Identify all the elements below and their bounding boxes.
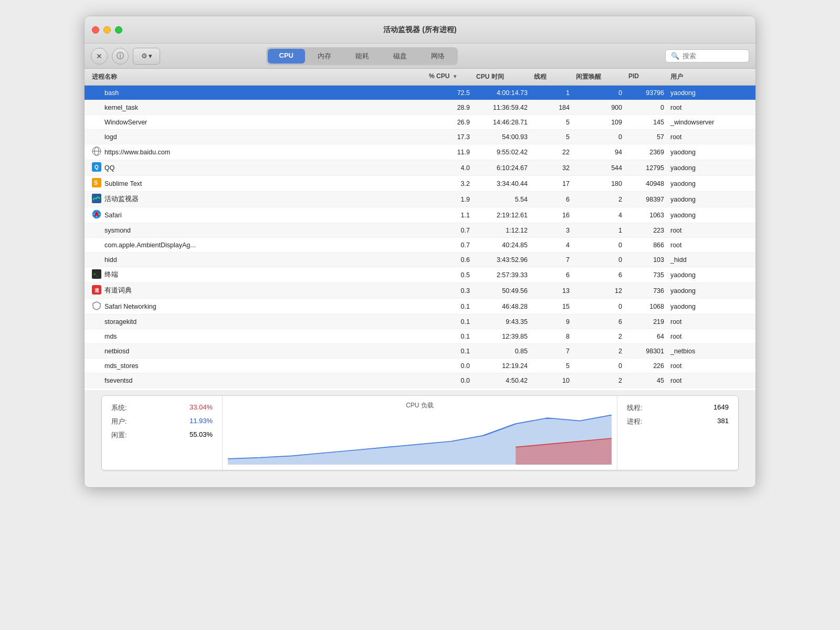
table-row[interactable]: mds 0.1 12:39.85 8 2 64 root [85,329,755,344]
cell-name: >_ 终端 [89,267,426,282]
cell-threads: 9 [531,316,573,328]
table-row[interactable]: 道 有道词典 0.3 50:49.56 13 12 736 yaodong [85,283,755,299]
header-threads: 线程 [531,69,573,85]
search-input[interactable] [682,52,743,60]
cell-cpu: 11.9 [426,146,473,158]
table-row[interactable]: netbiosd 0.1 0.85 7 2 98301 _netbios [85,344,755,359]
stats-right: 线程: 1649 进程: 381 [617,396,738,470]
table-row[interactable]: https://www.baidu.com 11.9 9:55:02.42 22… [85,144,755,160]
close-process-button[interactable]: ✕ [91,48,108,65]
cell-idle: 6 [573,269,625,281]
cell-cputime: 2:57:39.33 [473,269,531,281]
cell-user: yaodong [667,301,730,312]
cell-threads: 16 [531,209,573,221]
cell-name: Safari [89,207,426,223]
cell-pid: 98301 [625,345,667,357]
cell-cputime: 11:36:59.42 [473,102,531,113]
cell-threads: 5 [531,360,573,372]
cell-idle: 12 [573,285,625,297]
cell-cputime: 0.49 [473,390,531,391]
cell-cpu: 0.1 [426,345,473,357]
cell-threads: 10 [531,375,573,386]
table-row[interactable]: 活动监视器 1.9 5.54 6 2 98397 yaodong [85,192,755,207]
cell-idle: 0 [573,390,625,391]
process-icon: >_ [92,269,101,280]
cell-threads: 32 [531,162,573,174]
cell-threads: 7 [531,345,573,357]
cell-pid: 12795 [625,162,667,174]
table-row[interactable]: storagekitd 0.1 9:43.35 9 6 219 root [85,314,755,329]
process-icon [92,301,101,312]
table-row[interactable]: logd 17.3 54:00.93 5 0 57 root [85,130,755,144]
cell-cpu: 0.0 [426,360,473,372]
tab-network[interactable]: 网络 [419,49,456,64]
table-row[interactable]: S Sublime Text 3.2 3:34:40.44 17 180 409… [85,176,755,192]
cell-idle: 6 [573,316,625,328]
threads-stat-row: 线程: 1649 [627,403,729,413]
cell-idle: 0 [573,239,625,251]
cell-pid: 736 [625,285,667,297]
cell-pid: 40948 [625,178,667,190]
table-row[interactable]: fseventsd 0.0 4:50.42 10 2 45 root [85,373,755,388]
tab-disk[interactable]: 磁盘 [382,49,418,64]
cell-user: root [667,225,730,236]
table-row[interactable]: kernel_task 28.9 11:36:59.42 184 900 0 r… [85,100,755,115]
cell-threads: 1 [531,87,573,99]
cell-idle: 0 [573,254,625,266]
cell-idle: 4 [573,209,625,221]
table-row[interactable]: Safari 1.1 2:19:12.61 16 4 1063 yaodong [85,207,755,223]
cell-cputime: 54:00.93 [473,131,531,143]
idle-stat-row: 闲置: 55.03% [111,430,213,440]
gear-button[interactable]: ⚙ ▾ [133,48,160,65]
table-row[interactable]: hidd 0.6 3:43:52.96 7 0 103 _hidd [85,253,755,267]
tab-cpu[interactable]: CPU [268,49,305,64]
cell-name: 道 有道词典 [89,283,426,298]
cell-cputime: 6:10:24.67 [473,162,531,174]
table-row[interactable]: WindowServer 26.9 14:46:28.71 5 109 145 … [85,115,755,130]
cell-threads: 4 [531,239,573,251]
cell-cpu: 0.7 [426,239,473,251]
user-value: 11.93% [190,417,213,426]
cell-threads: 6 [531,194,573,205]
table-row[interactable]: sysmond 0.7 1:12.12 3 1 223 root [85,223,755,238]
header-cpu[interactable]: % CPU ▼ [426,69,473,85]
table-row[interactable]: com.apple.AmbientDisplayAg... 0.7 40:24.… [85,238,755,253]
cell-pid: 735 [625,269,667,281]
cell-name: netbiosd [89,345,426,357]
cell-cpu: 1.1 [426,209,473,221]
tab-energy[interactable]: 能耗 [344,49,381,64]
cell-pid: 64 [625,331,667,342]
maximize-button[interactable] [115,26,122,34]
close-button[interactable] [92,26,99,34]
cell-cputime: 5.54 [473,194,531,205]
cell-cputime: 14:46:28.71 [473,117,531,128]
minimize-button[interactable] [103,26,111,34]
table-row[interactable]: mdworker 0.0 0.49 5 0 97891 yaodong [85,388,755,390]
system-value: 33.04% [190,403,213,413]
tab-memory[interactable]: 内存 [306,49,343,64]
cell-pid: 866 [625,239,667,251]
system-stat-row: 系统: 33.04% [111,403,213,413]
table-row[interactable]: bash 72.5 4:00:14.73 1 0 93796 yaodong [85,86,755,100]
cell-name: kernel_task [89,102,426,113]
table-row[interactable]: Q QQ 4.0 6:10:24.67 32 544 12795 yaodong [85,160,755,176]
table-row[interactable]: mds_stores 0.0 12:19.24 5 0 226 root [85,359,755,373]
titlebar: 活动监视器 (所有进程) [85,16,755,44]
cell-user: _hidd [667,254,730,266]
cell-pid: 98397 [625,194,667,205]
cell-pid: 223 [625,225,667,236]
info-button[interactable]: ⓘ [112,48,129,65]
table-row[interactable]: >_ 终端 0.5 2:57:39.33 6 6 735 yaodong [85,267,755,283]
cell-idle: 0 [573,360,625,372]
idle-value: 55.03% [190,430,213,440]
cell-idle: 180 [573,178,625,190]
cell-name: WindowServer [89,117,426,128]
cell-user: yaodong [667,178,730,190]
cell-extra [730,289,751,293]
search-icon: 🔍 [671,52,679,60]
cell-user: yaodong [667,390,730,391]
table-row[interactable]: Safari Networking 0.1 46:48.28 15 0 1068… [85,299,755,314]
cell-user: yaodong [667,87,730,99]
cell-name: mds_stores [89,360,426,372]
header-name: 进程名称 [89,69,426,85]
